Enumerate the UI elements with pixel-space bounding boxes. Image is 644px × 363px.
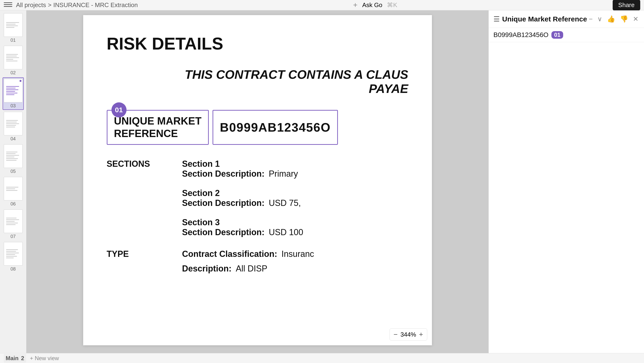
- thumb-label-8: 08: [10, 266, 16, 272]
- sections-content: Section 1 Section Description: Primary S…: [182, 159, 408, 242]
- panel-title: Unique Market Reference: [502, 15, 587, 23]
- section2-desc-value: USD 75,: [269, 198, 301, 208]
- highlighted-field-row: UNIQUE MARKET REFERENCE B0999AB123456O: [107, 110, 338, 145]
- umr-label: UNIQUE MARKET REFERENCE: [114, 115, 202, 140]
- type-content: Contract Classification: Insuranc Descri…: [182, 249, 408, 278]
- breadcrumb-current[interactable]: INSURANCE - MRC Extraction: [53, 2, 138, 9]
- document-viewer[interactable]: RISK DETAILS THIS CONTRACT CONTAINS A CL…: [26, 10, 488, 353]
- breadcrumb-separator: >: [48, 2, 51, 9]
- thumbnail-page-1[interactable]: 01: [2, 12, 24, 44]
- panel-close-button[interactable]: ✕: [632, 14, 639, 24]
- toolbar-center: + Ask Go ⌘K: [141, 1, 610, 10]
- thumb-label-4: 04: [10, 136, 16, 142]
- zoom-level: 344%: [400, 331, 416, 338]
- contract-class-label: Contract Classification:: [182, 249, 277, 259]
- section2-row: Section 2 Section Description: USD 75,: [182, 188, 408, 208]
- thumb-label-5: 05: [10, 169, 16, 174]
- contract-notice-line1: THIS CONTRACT CONTAINS A CLAUS: [107, 68, 408, 82]
- section1-desc-label: Section Description:: [182, 169, 264, 179]
- sections-label: SECTIONS: [107, 159, 173, 169]
- thumbnail-page-8[interactable]: 08: [2, 241, 24, 273]
- panel-list-icon: ☰: [494, 15, 500, 23]
- breadcrumb: All projects > INSURANCE - MRC Extractio…: [16, 2, 138, 9]
- contract-notice-line2: PAYAE: [107, 82, 408, 96]
- zoom-controls: − 344% +: [390, 328, 427, 340]
- description-label: Description:: [182, 264, 232, 273]
- contract-notice: THIS CONTRACT CONTAINS A CLAUS PAYAE: [107, 68, 408, 96]
- panel-title-row: ☰ Unique Market Reference: [494, 15, 587, 23]
- panel-thumbs-up-button[interactable]: 👍: [606, 14, 616, 24]
- thumb-label-6: 06: [10, 201, 16, 207]
- contract-class-row: Contract Classification: Insuranc: [182, 249, 408, 259]
- panel-value: B0999AB123456O: [494, 31, 548, 39]
- section1-desc-value: Primary: [269, 169, 298, 179]
- section3-desc-label: Section Description:: [182, 227, 264, 237]
- add-button[interactable]: +: [353, 1, 358, 10]
- page-thumbnails-sidebar: 01 02: [0, 10, 26, 353]
- sections-row: SECTIONS Section 1 Section Description: …: [107, 159, 408, 242]
- document-page: RISK DETAILS THIS CONTRACT CONTAINS A CL…: [83, 15, 432, 345]
- section2-title: Section 2: [182, 188, 220, 198]
- section2-desc-label: Section Description:: [182, 198, 264, 208]
- thumbnail-page-6[interactable]: 06: [2, 176, 24, 208]
- umr-value: B0999AB123456O: [220, 120, 330, 134]
- panel-thumbs-down-button[interactable]: 👎: [619, 14, 629, 24]
- section3-title: Section 3: [182, 217, 220, 227]
- thumb-label-3: 03: [10, 103, 16, 109]
- add-view-button[interactable]: + New view: [30, 355, 59, 361]
- bottom-tab-main[interactable]: Main 2: [4, 354, 26, 362]
- bottom-bar: Main 2 + New view: [0, 353, 644, 363]
- thumb-label-2: 02: [10, 70, 16, 76]
- shortcut-label: ⌘K: [387, 2, 397, 9]
- zoom-out-button[interactable]: −: [394, 330, 398, 338]
- section1-row: Section 1 Section Description: Primary: [182, 159, 408, 179]
- menu-icon[interactable]: [4, 1, 13, 10]
- section3-desc-value: USD 100: [269, 227, 303, 237]
- top-bar: All projects > INSURANCE - MRC Extractio…: [0, 0, 644, 10]
- type-label: TYPE: [107, 249, 173, 259]
- panel-badge: 01: [552, 31, 564, 39]
- section3-row: Section 3 Section Description: USD 100: [182, 217, 408, 237]
- panel-controls: − ∨ 👍 👎 ✕: [588, 14, 639, 24]
- right-panel: ☰ Unique Market Reference − ∨ 👍 👎 ✕ B099…: [488, 10, 644, 353]
- contract-class-value: Insuranc: [282, 249, 314, 259]
- thumbnail-page-3[interactable]: 03: [2, 77, 24, 110]
- description-value: All DISP: [236, 264, 268, 273]
- zoom-in-button[interactable]: +: [419, 330, 423, 338]
- annotation-number-badge: 01: [112, 102, 126, 118]
- breadcrumb-home[interactable]: All projects: [16, 2, 46, 9]
- panel-header: ☰ Unique Market Reference − ∨ 👍 👎 ✕: [489, 10, 644, 28]
- thumbnail-page-5[interactable]: 05: [2, 143, 24, 175]
- thumbnail-page-4[interactable]: 04: [2, 111, 24, 142]
- section1-title: Section 1: [182, 159, 220, 169]
- ask-go-button[interactable]: Ask Go: [362, 2, 382, 9]
- main-area: 01 02: [0, 10, 644, 353]
- type-row: TYPE Contract Classification: Insuranc D…: [107, 249, 408, 278]
- panel-value-row: B0999AB123456O 01: [489, 28, 644, 42]
- thumbnail-page-7[interactable]: 07: [2, 208, 24, 240]
- thumb-label-7: 07: [10, 234, 16, 239]
- page-title: RISK DETAILS: [107, 34, 408, 53]
- umr-value-box: B0999AB123456O: [212, 110, 338, 145]
- thumbnail-page-2[interactable]: 02: [2, 45, 24, 76]
- highlighted-field-container: 01 UNIQUE MARKET REFERENCE B0999AB123456…: [107, 110, 408, 145]
- panel-chevron-down-button[interactable]: ∨: [596, 14, 603, 24]
- top-bar-right: Share: [613, 0, 640, 11]
- description-row: Description: All DISP: [182, 264, 408, 274]
- panel-minimize-button[interactable]: −: [588, 15, 594, 24]
- share-button[interactable]: Share: [613, 0, 640, 11]
- thumb-label-1: 01: [10, 38, 16, 43]
- active-dot: [20, 80, 22, 82]
